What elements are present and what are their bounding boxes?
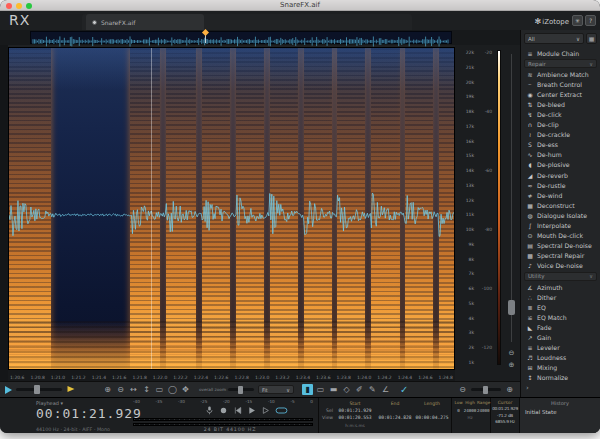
zoom-in-tool[interactable]: ⊕: [102, 384, 113, 395]
frequency-selection-tool[interactable]: ▬: [328, 384, 339, 395]
module-item-voice-de-noise[interactable]: ♪Voice De-noise: [521, 261, 600, 271]
blend-slider[interactable]: [16, 388, 62, 391]
module-item-azimuth[interactable]: ∡Azimuth: [521, 282, 600, 292]
zoom-vertical-tool[interactable]: ↕: [141, 384, 152, 395]
zoom-horizontal-tool[interactable]: ↔: [128, 384, 139, 395]
module-item-de-rustle[interactable]: ≈De-rustle: [521, 180, 600, 190]
row-label-sel: Sel: [320, 407, 335, 415]
module-grid-button[interactable]: ▦: [586, 33, 597, 44]
module-item-eq[interactable]: ≣EQ: [521, 302, 600, 312]
module-item-de-hum[interactable]: ∿De-hum: [521, 150, 600, 160]
module-item-center-extract[interactable]: ◉Center Extract: [521, 89, 600, 99]
module-item-de-wind[interactable]: ≉De-wind: [521, 190, 600, 200]
module-item-de-reverb[interactable]: ◢De-reverb: [521, 170, 600, 180]
module-item-deconstruct[interactable]: ▦Deconstruct: [521, 200, 600, 210]
time-tick-label: 1:23.0: [255, 375, 269, 380]
record-button[interactable]: [219, 406, 228, 415]
vertical-zoom-out-button[interactable]: ⊖: [506, 348, 517, 359]
module-preset-select[interactable]: All ∨: [524, 33, 584, 44]
module-item-spectral-repair[interactable]: ▩Spectral Repair: [521, 251, 600, 261]
history-item[interactable]: Initial State: [520, 406, 600, 415]
range-freq-value[interactable]: 24000: [477, 407, 489, 415]
module-item-leveler[interactable]: ≡Leveler: [521, 343, 600, 353]
play-button[interactable]: [247, 406, 256, 415]
horizontal-zoom-in-button[interactable]: ⊕: [504, 384, 515, 395]
module-item-breath-control[interactable]: ⌣Breath Control: [521, 79, 600, 89]
cursor-time-value: 00:01:21.929: [492, 406, 518, 413]
spectrogram-display[interactable]: [8, 47, 455, 370]
chevron-down-icon: ∨: [589, 61, 593, 67]
module-item-de-bleed[interactable]: ⇅De-bleed: [521, 99, 600, 109]
module-item-gain[interactable]: ↗Gain: [521, 332, 600, 342]
more-modules-button[interactable]: ›: [521, 383, 600, 393]
zoom-preset-select[interactable]: Fit ∨: [258, 385, 294, 394]
overall-zoom-slider[interactable]: [228, 388, 254, 391]
file-tab[interactable]: SnareFX.aif: [86, 14, 204, 30]
horizontal-zoom-slider[interactable]: [471, 388, 501, 391]
module-item-fade[interactable]: ◣Fade: [521, 322, 600, 332]
pencil-selection-tool[interactable]: ✎: [367, 384, 378, 395]
module-item-loudness[interactable]: ♬Loudness: [521, 353, 600, 363]
confirm-selection-button[interactable]: ✓: [400, 384, 408, 395]
vertical-zoom-track[interactable]: [511, 54, 512, 342]
module-item-dialogue-isolate[interactable]: ◍Dialogue Isolate: [521, 210, 600, 220]
transport-controls: [205, 406, 288, 415]
vertical-zoom-in-button[interactable]: ⊕: [506, 360, 517, 371]
playhead-marker-icon[interactable]: [202, 29, 209, 36]
brush-selection-tool[interactable]: ✐: [354, 384, 365, 395]
category-repair[interactable]: Repair∨: [524, 59, 597, 68]
vertical-zoom-thumb[interactable]: [508, 300, 515, 315]
settings-button[interactable]: ✳: [572, 15, 583, 26]
module-item-normalize[interactable]: ↕Normalize: [521, 373, 600, 383]
horizontal-zoom-out-button[interactable]: ⊖: [457, 384, 468, 395]
loop-button[interactable]: [275, 406, 288, 415]
col-header-length: Length: [415, 399, 449, 407]
de-rustle-icon: ≈: [526, 182, 534, 189]
spectral-de-noise-icon: ▤: [526, 242, 534, 249]
wand-selection-tool[interactable]: ∠: [380, 384, 391, 395]
module-item-de-plosive[interactable]: ◖De-plosive: [521, 160, 600, 170]
sel-end-value[interactable]: [375, 407, 415, 415]
low-freq-value[interactable]: 0: [454, 407, 463, 415]
time-frequency-selection-tool[interactable]: ▭: [315, 384, 326, 395]
time-ruler[interactable]: 1:20.61:20.81:21.01:21.21:21.41:21.61:21…: [8, 370, 455, 381]
sel-start-value[interactable]: 00:01:21.929: [335, 407, 375, 415]
module-item-de-click[interactable]: ↯De-click: [521, 109, 600, 119]
overall-zoom-thumb[interactable]: [238, 386, 243, 394]
magnify-tool[interactable]: ◯: [167, 384, 178, 395]
waveform-overlay-svg: [9, 48, 454, 369]
help-button[interactable]: ?: [585, 15, 596, 26]
category-utility[interactable]: Utility∨: [524, 272, 597, 281]
lasso-selection-tool[interactable]: ◇: [341, 384, 352, 395]
blend-slider-thumb[interactable]: [34, 385, 40, 394]
module-item-de-crackle[interactable]: ≀De-crackle: [521, 130, 600, 140]
high-freq-value[interactable]: 24000: [463, 407, 477, 415]
grab-hand-tool[interactable]: ✥: [180, 384, 191, 395]
play-selection-button[interactable]: [261, 406, 270, 415]
time-selection-tool[interactable]: ▮: [302, 384, 313, 395]
zoom-preset-value: Fit: [262, 387, 268, 393]
module-item-dither[interactable]: ∴Dither: [521, 292, 600, 302]
module-item-mouth-de-click[interactable]: ⊙Mouth De-click: [521, 231, 600, 241]
waveform-overview[interactable]: [30, 31, 452, 44]
mic-icon[interactable]: [205, 406, 214, 415]
module-item-ambience-match[interactable]: ≋Ambience Match: [521, 69, 600, 79]
module-item-module-chain[interactable]: ≡Module Chain: [521, 48, 600, 58]
zoom-out-tool[interactable]: ⊖: [115, 384, 126, 395]
module-item-interpolate[interactable]: ∫Interpolate: [521, 221, 600, 231]
zoom-selection-tool[interactable]: ▭: [154, 384, 165, 395]
module-item-label: Ambience Match: [537, 71, 589, 78]
spectrogram-playhead[interactable]: [151, 48, 152, 369]
left-gutter: [0, 45, 8, 397]
sel-length-value[interactable]: [415, 407, 449, 415]
skip-back-button[interactable]: [233, 406, 242, 415]
module-item-spectral-de-noise[interactable]: ▤Spectral De-noise: [521, 241, 600, 251]
module-item-label: De-rustle: [537, 182, 565, 189]
horizontal-zoom-thumb[interactable]: [483, 386, 488, 394]
module-item-label: De-hum: [537, 151, 562, 158]
module-item-eq-match[interactable]: ≌EQ Match: [521, 312, 600, 322]
module-item-de-clip[interactable]: ∩De-clip: [521, 120, 600, 130]
module-item-mixing[interactable]: ⊞Mixing: [521, 363, 600, 373]
module-item-de-ess[interactable]: SDe-ess: [521, 140, 600, 150]
frequency-ruler[interactable]: 22k21k20k19k18k17k16k15k14k13k12k11k10k9…: [455, 50, 476, 365]
